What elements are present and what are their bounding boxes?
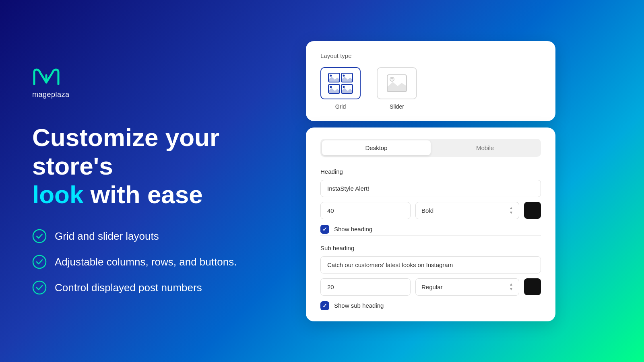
grid-icon (327, 72, 354, 95)
chevron-up-2-icon: ▲ (509, 282, 513, 286)
slider-icon-box (377, 67, 417, 99)
heading-color-swatch[interactable] (524, 202, 541, 219)
heading-section: Heading Bold ▲ ▼ ✓ Show heading (320, 168, 541, 234)
show-heading-label: Show heading (334, 226, 372, 232)
svg-point-10 (343, 86, 345, 88)
feature-item-3: Control displayed post numbers (32, 280, 274, 295)
chevron-down-icon: ▼ (509, 211, 513, 215)
tab-switcher: Desktop Mobile (320, 139, 541, 157)
show-heading-row: ✓ Show heading (320, 225, 541, 234)
sub-heading-section-label: Sub heading (320, 245, 541, 251)
svg-point-4 (330, 74, 332, 76)
sub-heading-font-chevron: ▲ ▼ (509, 282, 513, 291)
feature-item-1: Grid and slider layouts (32, 229, 274, 243)
logo-text: mageplaza (32, 90, 70, 99)
heading-input[interactable] (320, 180, 541, 197)
right-section: Layout type (306, 41, 555, 321)
heading-section-label: Heading (320, 168, 541, 175)
tab-desktop[interactable]: Desktop (322, 140, 431, 155)
headline-part2: with ease (91, 181, 203, 208)
sub-heading-size-input[interactable] (320, 278, 411, 296)
feature-text-2: Adjustable columns, rows, and buttons. (55, 256, 237, 268)
headline-highlight: look (32, 181, 83, 208)
check-icon-1 (32, 229, 47, 243)
sub-heading-checkbox-check-icon: ✓ (322, 302, 327, 309)
feature-item-2: Adjustable columns, rows, and buttons. (32, 255, 274, 269)
chevron-up-icon: ▲ (509, 206, 513, 210)
grid-label: Grid (335, 103, 346, 110)
settings-card: Desktop Mobile Heading Bold ▲ ▼ (306, 128, 555, 321)
svg-point-6 (343, 74, 345, 76)
logo: mageplaza (32, 67, 274, 99)
slider-label: Slider (390, 103, 404, 110)
layout-option-slider[interactable]: Slider (377, 67, 417, 110)
show-sub-heading-checkbox[interactable]: ✓ (320, 301, 329, 310)
headline: Customize your store's look with ease (32, 123, 274, 209)
show-heading-checkbox[interactable]: ✓ (320, 225, 329, 234)
feature-text-3: Control displayed post numbers (55, 282, 202, 294)
sub-heading-row-controls: Regular ▲ ▼ (320, 278, 541, 296)
check-icon-2 (32, 255, 47, 269)
heading-font-chevron: ▲ ▼ (509, 206, 513, 215)
feature-text-1: Grid and slider layouts (55, 230, 159, 243)
sub-heading-font-select[interactable]: Regular ▲ ▼ (415, 278, 519, 296)
heading-size-input[interactable] (320, 202, 411, 219)
layout-options: Grid Slider (320, 67, 541, 110)
show-sub-heading-row: ✓ Show sub heading (320, 301, 541, 310)
sub-heading-section: Sub heading Regular ▲ ▼ ✓ Show sub headi… (320, 235, 541, 310)
headline-part1: Customize your store's (32, 123, 219, 180)
heading-font-label: Bold (421, 202, 509, 219)
sub-heading-input[interactable] (320, 256, 541, 274)
heading-font-select[interactable]: Bold ▲ ▼ (415, 202, 519, 219)
chevron-down-2-icon: ▼ (509, 287, 513, 291)
svg-point-1 (33, 255, 46, 268)
tab-mobile[interactable]: Mobile (431, 140, 539, 155)
layout-type-label: Layout type (320, 52, 541, 59)
sub-heading-color-swatch[interactable] (524, 278, 541, 295)
show-sub-heading-label: Show sub heading (334, 302, 384, 309)
grid-icon-box (320, 67, 361, 99)
svg-point-8 (330, 86, 332, 88)
features-list: Grid and slider layouts Adjustable colum… (32, 229, 274, 295)
layout-type-card: Layout type (306, 41, 555, 121)
svg-point-2 (33, 281, 46, 294)
heading-row-controls: Bold ▲ ▼ (320, 202, 541, 219)
slider-icon (383, 72, 411, 95)
logo-icon (32, 67, 60, 87)
svg-point-0 (33, 230, 46, 243)
checkbox-check-icon: ✓ (322, 226, 327, 232)
sub-heading-font-label: Regular (421, 279, 509, 295)
check-icon-3 (32, 280, 47, 295)
layout-option-grid[interactable]: Grid (320, 67, 361, 110)
left-section: mageplaza Customize your store's look wi… (0, 43, 306, 319)
